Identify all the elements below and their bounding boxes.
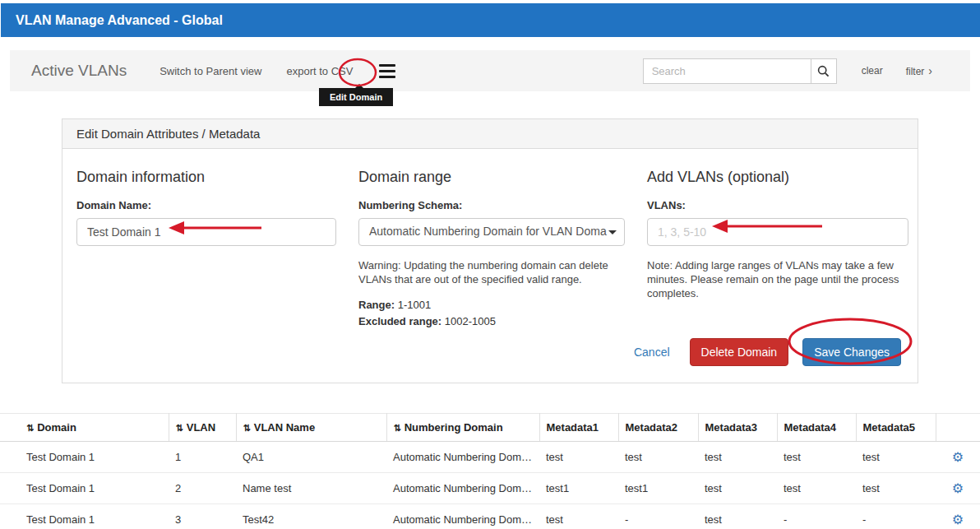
cell-metadata5: - [856,504,936,529]
gear-icon[interactable]: ⚙ [952,513,964,527]
edit-domain-tooltip: Edit Domain [319,88,393,106]
cell-metadata2: - [618,504,698,529]
column-header-actions [936,414,980,442]
domain-name-label: Domain Name: [76,199,336,211]
filter-link-label: filter [906,66,925,77]
column-header-metadata3: Metadata3 [698,414,777,442]
cell-domain: Test Domain 1 [0,504,169,529]
column-header-label: Domain [37,421,76,434]
add-vlans-section: Add VLANs (optional) VLANs: Note: Adding… [647,164,908,327]
vlans-table: ⇅Domain ⇅VLAN ⇅VLAN Name ⇅Numbering Doma… [0,413,980,529]
cell-metadata2: test [618,442,698,473]
column-header-metadata4: Metadata4 [777,414,856,442]
cell-numbering-domain: Automatic Numbering Doma... [386,504,539,529]
gear-icon[interactable]: ⚙ [952,481,964,495]
cell-vlan-name: Test42 [236,504,386,529]
cell-metadata3: test [698,504,777,529]
domain-range-section: Domain range Numbering Schema: Automatic… [358,164,625,327]
panel-actions: Cancel Delete Domain Save Changes [76,338,905,366]
toolbar-right-group: clear filter› [643,58,932,84]
save-changes-button[interactable]: Save Changes [802,338,901,366]
table-header-row: ⇅Domain ⇅VLAN ⇅VLAN Name ⇅Numbering Doma… [0,414,980,442]
toolbar: Active VLANs Switch to Parent view expor… [10,50,970,91]
row-actions-cell: ⚙ [936,473,980,504]
search-button[interactable] [811,58,837,84]
search-input[interactable] [643,58,811,84]
cell-domain: Test Domain 1 [0,473,169,504]
warning-text: Warning: Updating the numbering domain c… [358,258,625,286]
add-vlans-heading: Add VLANs (optional) [647,169,908,186]
note-text: Note: Adding large ranges of VLANs may t… [647,258,908,300]
gear-icon[interactable]: ⚙ [952,450,964,464]
range-label: Range: [358,299,395,311]
caret-down-icon [608,230,617,234]
domain-range-heading: Domain range [358,169,625,186]
table-row: Test Domain 1 1 QA1 Automatic Numbering … [0,442,980,473]
hamburger-icon [379,76,395,78]
cell-metadata2: test1 [618,473,698,504]
cell-metadata5: test [856,473,936,504]
column-header-metadata5: Metadata5 [856,414,936,442]
search-icon [817,65,830,77]
cell-metadata3: test [698,442,777,473]
range-value: 1-1001 [398,299,431,311]
cell-metadata5: test [856,442,936,473]
page-heading: Active VLANs [31,62,127,80]
vlans-label: VLANs: [647,199,908,211]
range-line: Range: 1-1001 [358,299,625,311]
column-header-metadata2: Metadata2 [618,414,698,442]
edit-domain-panel: Edit Domain Attributes / Metadata Domain… [62,118,918,383]
sort-icon: ⇅ [26,423,34,433]
column-header-label: VLAN [187,421,215,434]
cell-domain: Test Domain 1 [0,442,169,473]
panel-body: Domain information Domain Name: Domain r… [62,149,918,383]
domain-information-heading: Domain information [76,169,336,186]
filter-link[interactable]: filter› [906,64,932,77]
column-header-vlan-name[interactable]: ⇅VLAN Name [236,414,386,442]
column-header-label: Metadata3 [705,421,758,434]
cell-metadata4: - [777,504,856,529]
excluded-range-label: Excluded range: [358,315,441,327]
delete-domain-button[interactable]: Delete Domain [690,338,789,366]
cell-vlan: 1 [169,442,236,473]
page: VLAN Manage Advanced - Global Active VLA… [0,3,980,529]
hamburger-icon [379,64,395,67]
column-header-domain[interactable]: ⇅Domain [0,414,169,442]
cancel-link[interactable]: Cancel [634,346,670,359]
column-header-label: Metadata2 [626,421,678,434]
export-csv-link[interactable]: export to CSV [286,65,353,77]
chevron-right-icon: › [928,64,932,77]
column-header-label: VLAN Name [254,421,315,434]
column-header-label: Metadata4 [784,421,837,434]
vlans-input[interactable] [647,218,908,246]
cell-metadata4: test [777,442,856,473]
table-row: Test Domain 1 3 Test42 Automatic Numberi… [0,504,980,529]
edit-domain-menu-button[interactable] [377,63,397,80]
hamburger-icon [379,70,395,72]
switch-to-parent-link[interactable]: Switch to Parent view [159,65,261,77]
column-header-numbering-domain[interactable]: ⇅Numbering Domain [386,414,539,442]
panel-title: Edit Domain Attributes / Metadata [62,119,918,149]
table-row: Test Domain 1 2 Name test Automatic Numb… [0,473,980,504]
clear-link[interactable]: clear [862,65,883,77]
column-header-label: Numbering Domain [404,421,503,434]
column-header-metadata1: Metadata1 [539,414,618,442]
row-actions-cell: ⚙ [936,504,980,529]
cell-numbering-domain: Automatic Numbering Doma... [386,442,539,473]
row-actions-cell: ⚙ [936,442,980,473]
numbering-schema-value: Automatic Numbering Domain for VLAN Doma [369,225,607,238]
numbering-schema-label: Numbering Schema: [358,199,625,211]
sort-icon: ⇅ [394,423,401,433]
app-title: VLAN Manage Advanced - Global [16,13,223,28]
cell-metadata1: test1 [539,473,618,504]
cell-vlan: 2 [169,473,236,504]
column-header-vlan[interactable]: ⇅VLAN [169,414,236,442]
numbering-schema-select[interactable]: Automatic Numbering Domain for VLAN Doma [358,218,625,246]
sort-icon: ⇅ [176,423,183,433]
cell-metadata1: test [539,442,618,473]
domain-name-input[interactable] [76,218,336,246]
domain-information-section: Domain information Domain Name: [76,164,336,327]
column-header-label: Metadata1 [547,421,599,434]
cell-metadata1: test [539,504,618,529]
excluded-range-value: 1002-1005 [445,315,496,327]
